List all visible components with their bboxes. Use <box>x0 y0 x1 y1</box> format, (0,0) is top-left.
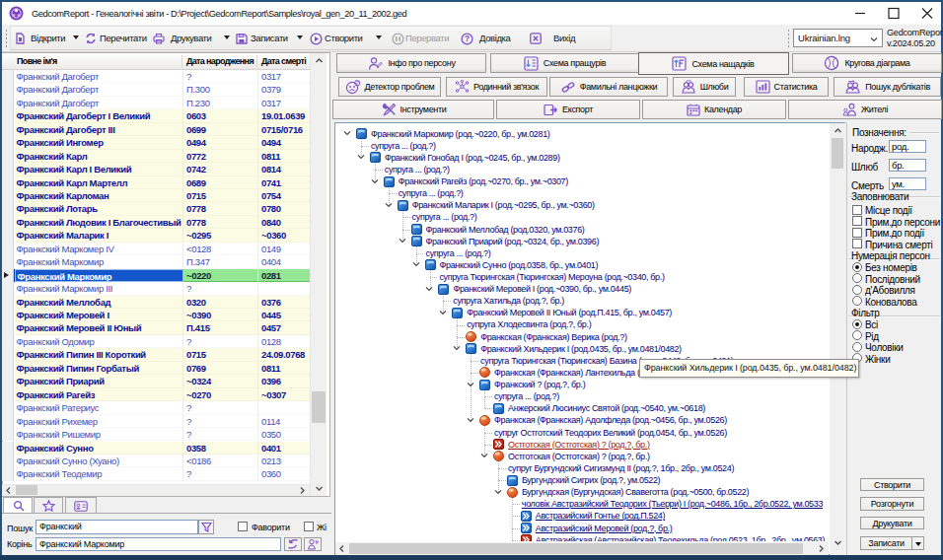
svg-text:?: ? <box>465 34 470 43</box>
